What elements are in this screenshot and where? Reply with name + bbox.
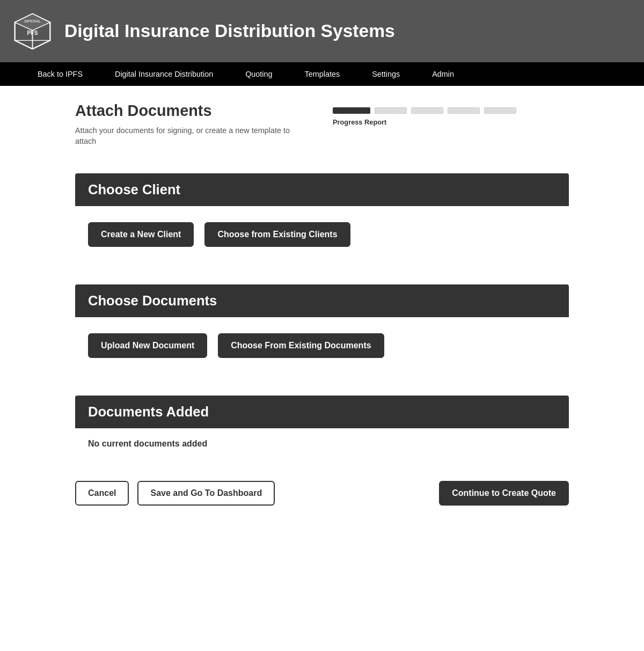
choose-client-section: Choose Client Create a New Client Choose… xyxy=(75,173,569,263)
choose-client-title: Choose Client xyxy=(88,182,556,198)
progress-step-1 xyxy=(333,107,370,114)
page-title: Attach Documents xyxy=(75,102,311,120)
choose-documents-header: Choose Documents xyxy=(75,284,569,317)
progress-step-4 xyxy=(448,107,480,114)
choose-client-body: Create a New Client Choose from Existing… xyxy=(75,206,569,263)
app-title: Digital Insurance Distribution Systems xyxy=(64,21,395,41)
progress-label: Progress Report xyxy=(333,118,569,126)
cancel-button[interactable]: Cancel xyxy=(75,481,129,506)
progress-bar-group xyxy=(333,107,569,114)
choose-documents-section: Choose Documents Upload New Document Cho… xyxy=(75,284,569,374)
nav-back-to-ipfs[interactable]: Back to IPFS xyxy=(21,62,99,86)
progress-section: Progress Report xyxy=(333,102,569,126)
upload-new-document-button[interactable]: Upload New Document xyxy=(88,333,207,358)
nav-digital-insurance[interactable]: Digital Insurance Distribution xyxy=(99,62,229,86)
choose-documents-body: Upload New Document Choose From Existing… xyxy=(75,317,569,374)
logo: PFS IMPERIAL xyxy=(11,10,54,53)
progress-step-3 xyxy=(411,107,443,114)
app-header: PFS IMPERIAL Digital Insurance Distribut… xyxy=(0,0,644,62)
main-nav: Back to IPFS Digital Insurance Distribut… xyxy=(0,62,644,86)
nav-templates[interactable]: Templates xyxy=(289,62,356,86)
documents-added-body: No current documents added xyxy=(75,428,569,459)
nav-quoting[interactable]: Quoting xyxy=(229,62,288,86)
choose-existing-clients-button[interactable]: Choose from Existing Clients xyxy=(204,222,350,247)
create-new-client-button[interactable]: Create a New Client xyxy=(88,222,194,247)
page-intro: Attach Documents Attach your documents f… xyxy=(75,102,311,147)
save-dashboard-button[interactable]: Save and Go To Dashboard xyxy=(137,481,275,506)
main-content: Attach Documents Attach your documents f… xyxy=(64,86,580,538)
progress-step-5 xyxy=(484,107,516,114)
bottom-left-actions: Cancel Save and Go To Dashboard xyxy=(75,481,275,506)
nav-admin[interactable]: Admin xyxy=(416,62,470,86)
no-documents-message: No current documents added xyxy=(88,439,556,449)
bottom-actions: Cancel Save and Go To Dashboard Continue… xyxy=(75,481,569,506)
documents-added-title: Documents Added xyxy=(88,404,556,420)
progress-step-2 xyxy=(375,107,407,114)
choose-client-header: Choose Client xyxy=(75,173,569,206)
page-description: Attach your documents for signing, or cr… xyxy=(75,125,311,147)
nav-settings[interactable]: Settings xyxy=(356,62,416,86)
svg-text:IMPERIAL: IMPERIAL xyxy=(24,19,41,23)
svg-text:PFS: PFS xyxy=(27,30,38,36)
choose-existing-documents-button[interactable]: Choose From Existing Documents xyxy=(218,333,384,358)
documents-added-section: Documents Added No current documents add… xyxy=(75,396,569,459)
documents-added-header: Documents Added xyxy=(75,396,569,428)
choose-documents-title: Choose Documents xyxy=(88,293,556,309)
continue-button[interactable]: Continue to Create Quote xyxy=(439,481,569,506)
top-section: Attach Documents Attach your documents f… xyxy=(75,102,569,147)
